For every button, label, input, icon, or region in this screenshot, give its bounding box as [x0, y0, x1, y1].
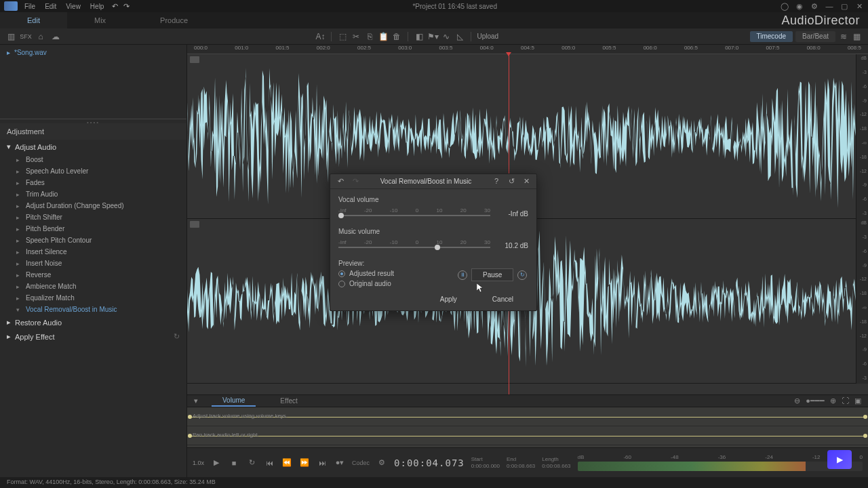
next-button[interactable]: ⏭ [317, 458, 328, 468]
adjust-item[interactable]: ▸Boost [0, 154, 186, 165]
dialog-reset-icon[interactable]: ↺ [507, 177, 516, 186]
loop-button[interactable]: ↻ [246, 458, 257, 468]
prev-button[interactable]: ⏮ [264, 458, 275, 468]
menu-help[interactable]: Help [90, 3, 104, 10]
library-icon[interactable]: ▥ [5, 31, 16, 42]
collapse-panel-icon[interactable]: ▾ [194, 396, 198, 405]
vocal-volume-slider[interactable]: -Inf-20-100102030 [338, 207, 490, 220]
adjust-item[interactable]: ▸Ambience Match [0, 281, 186, 292]
crop-icon[interactable]: ◧ [414, 31, 425, 42]
cancel-button[interactable]: Cancel [477, 293, 528, 305]
settings-icon[interactable]: ⚙ [810, 1, 819, 11]
music-volume-slider[interactable]: -Inf-20-100102030 [338, 239, 490, 251]
length-label: Length [542, 456, 570, 462]
adjust-item[interactable]: ▸Insert Silence [0, 246, 186, 258]
close-icon[interactable]: ✕ [854, 1, 864, 11]
volume-track-hint: Adjust track volume using volume keys. [193, 413, 288, 419]
tab-volume[interactable]: Volume [212, 395, 256, 407]
adjust-item[interactable]: ▸Equalizer Match [0, 292, 186, 304]
app-badge-icon[interactable] [827, 450, 852, 469]
apply-effect-header[interactable]: ▸ Apply Effect ↻ [0, 329, 186, 344]
adjust-item[interactable]: ▸Fades [0, 177, 186, 188]
menu-view[interactable]: View [66, 3, 81, 10]
pan-envelope-track[interactable]: Pan track audio left or right. [187, 426, 868, 445]
mode-tab-edit[interactable]: Edit [0, 12, 67, 28]
vocal-removal-dialog: ↶ ↷ Vocal Removal/Boost in Music ? ↺ ✕ V… [330, 174, 537, 311]
copy-icon[interactable]: ⎘ [364, 31, 375, 42]
adjust-item[interactable]: ▸Pitch Bender [0, 223, 186, 235]
marker-icon[interactable]: ⚑▾ [427, 31, 438, 42]
vocal-volume-label: Vocal volume [338, 196, 528, 203]
adjust-audio-header[interactable]: ▾ Adjust Audio [0, 140, 186, 154]
menu-edit[interactable]: Edit [45, 3, 56, 10]
rewind-button[interactable]: ⏪ [281, 458, 292, 468]
zoom-out-icon[interactable]: ⊖ [794, 396, 800, 405]
record-button[interactable]: ●▾ [334, 458, 345, 468]
adjust-item[interactable]: ▸Insert Noise [0, 258, 186, 269]
forward-button[interactable]: ⏩ [299, 458, 310, 468]
clip-marker-icon [190, 56, 199, 63]
barbeat-toggle[interactable]: Bar/Beat [795, 31, 835, 42]
waveform-view-icon[interactable]: ≋ [838, 31, 849, 42]
store-icon[interactable]: ⌂ [35, 31, 46, 42]
adjust-item[interactable]: ▸Speech Pitch Contour [0, 235, 186, 246]
adjust-item[interactable]: ▸Adjust Duration (Change Speed) [0, 200, 186, 211]
stop-button[interactable]: ■ [229, 458, 239, 468]
play-file-icon[interactable]: ▸ [7, 49, 10, 56]
reload-icon[interactable]: ↻ [174, 332, 180, 341]
apply-button[interactable]: Apply [425, 293, 472, 305]
adjust-item[interactable]: ▾Vocal Removal/Boost in Music [0, 304, 186, 315]
zoom-selection-icon[interactable]: ▣ [854, 396, 861, 405]
codec-settings-icon[interactable]: ⚙ [376, 458, 387, 468]
adjust-item[interactable]: ▸Trim Audio [0, 188, 186, 200]
upload-button[interactable]: Upload [477, 33, 498, 40]
timecode-toggle[interactable]: Timecode [750, 31, 793, 42]
restore-audio-header[interactable]: ▸ Restore Audio [0, 315, 186, 329]
play-button[interactable]: ▶ [211, 458, 222, 468]
dialog-undo-icon[interactable]: ↶ [336, 177, 345, 186]
time-ruler[interactable]: 000:0001:0001:5002:0002:5003:0003:5004:0… [187, 45, 868, 54]
select-tool-icon[interactable]: ⬚ [337, 31, 348, 42]
zoom-in-icon[interactable]: ⊕ [830, 396, 836, 405]
adjust-item[interactable]: ▸Speech Auto Leveler [0, 165, 186, 177]
minimize-icon[interactable]: — [825, 1, 834, 11]
zoom-fit-icon[interactable]: ⛶ [842, 396, 849, 405]
cloud-icon[interactable]: ☁ [50, 31, 61, 42]
menu-file[interactable]: File [24, 3, 35, 10]
mouse-cursor-icon [477, 283, 484, 293]
delete-icon[interactable]: 🗑 [391, 31, 402, 42]
spectral-view-icon[interactable]: ▦ [852, 31, 863, 42]
paste-icon[interactable]: 📋 [378, 31, 389, 42]
playback-speed[interactable]: 1.0x [193, 460, 204, 466]
project-title: *Project 01 16:45 last saved [130, 3, 780, 10]
adjust-item[interactable]: ▸Reverse [0, 269, 186, 281]
preview-loop-icon[interactable]: ↻ [517, 270, 527, 280]
pause-button[interactable]: Pause [471, 268, 513, 281]
fade-icon[interactable]: ◺ [454, 31, 465, 42]
file-item[interactable]: ▸ *Song.wav [3, 47, 184, 58]
adjustment-panel-title: Adjustment [0, 123, 186, 140]
zoom-slider[interactable]: ●━━━ [806, 396, 825, 405]
maximize-icon[interactable]: ▢ [840, 1, 849, 11]
end-value: 0:00:08.663 [507, 463, 535, 469]
mode-tab-produce[interactable]: Produce [133, 12, 215, 28]
notifications-icon[interactable]: ◉ [795, 1, 804, 11]
tab-effect[interactable]: Effect [269, 396, 308, 406]
preview-pause-icon[interactable]: ⏸ [458, 270, 467, 280]
undo-icon[interactable]: ↶ [112, 2, 118, 11]
normalize-icon[interactable]: ∿ [441, 31, 452, 42]
volume-envelope-track[interactable]: Adjust track volume using volume keys. [187, 407, 868, 426]
redo-icon[interactable]: ↷ [123, 2, 130, 11]
adjust-item[interactable]: ▸Pitch Shifter [0, 211, 186, 223]
mode-tab-mix[interactable]: Mix [67, 12, 133, 28]
textsize-icon[interactable]: A↕ [315, 31, 326, 42]
account-icon[interactable]: ◯ [780, 1, 789, 11]
end-label: End [507, 456, 535, 462]
dialog-close-icon[interactable]: ✕ [521, 177, 531, 186]
length-value: 0:00:08.663 [542, 463, 570, 469]
cut-tool-icon[interactable]: ✂ [351, 31, 361, 42]
dialog-help-icon[interactable]: ? [492, 177, 501, 186]
sfx-icon[interactable]: SFX [20, 31, 31, 42]
dialog-redo-icon[interactable]: ↷ [351, 177, 360, 186]
app-logo-icon [4, 1, 18, 11]
